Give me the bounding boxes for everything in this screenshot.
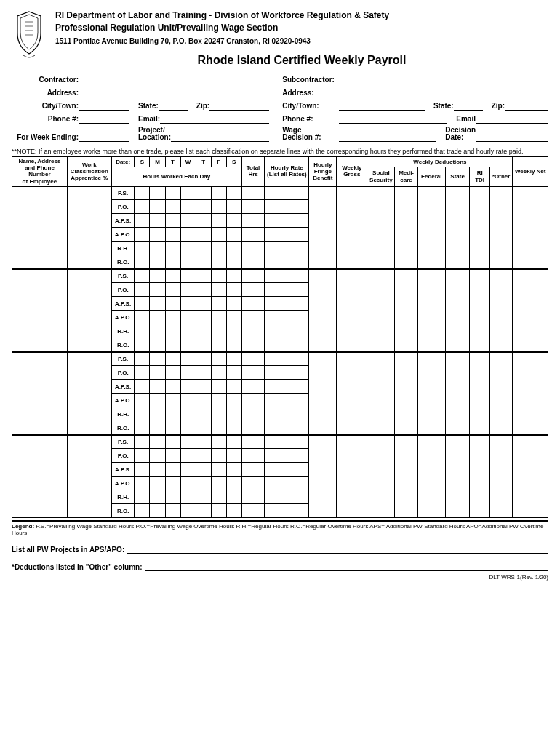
field-subcontractor[interactable] [337, 74, 548, 84]
cell-hours[interactable] [135, 228, 150, 242]
field-zip-right[interactable] [505, 100, 548, 111]
cell-hours[interactable] [165, 214, 180, 228]
cell-hours[interactable] [165, 380, 180, 394]
cell-hours[interactable] [211, 366, 226, 380]
field-state-right[interactable] [454, 100, 483, 111]
cell-hours[interactable] [150, 490, 165, 504]
cell-hourly-rate[interactable] [265, 435, 309, 449]
cell-hours[interactable] [196, 214, 211, 228]
cell-hours[interactable] [165, 200, 180, 214]
cell-hours[interactable] [150, 380, 165, 394]
cell-hours[interactable] [135, 297, 150, 311]
cell-total-hrs[interactable] [241, 380, 265, 394]
cell-hours[interactable] [150, 463, 165, 477]
cell-hours[interactable] [135, 242, 150, 255]
cell-federal[interactable] [417, 352, 445, 435]
cell-employee[interactable] [12, 352, 68, 435]
cell-hours[interactable] [196, 311, 211, 324]
cell-state[interactable] [445, 269, 470, 352]
cell-federal[interactable] [417, 186, 445, 269]
cell-hours[interactable] [226, 200, 241, 214]
cell-social-security[interactable] [367, 186, 395, 269]
cell-weekly-net[interactable] [513, 269, 548, 352]
cell-employee[interactable] [12, 186, 68, 269]
cell-hours[interactable] [180, 435, 196, 449]
cell-hours[interactable] [135, 255, 150, 269]
cell-total-hrs[interactable] [241, 435, 265, 449]
cell-hours[interactable] [226, 311, 241, 324]
cell-hours[interactable] [211, 311, 226, 324]
cell-hours[interactable] [150, 228, 165, 242]
cell-hours[interactable] [211, 449, 226, 463]
cell-hours[interactable] [196, 297, 211, 311]
cell-hours[interactable] [226, 366, 241, 380]
cell-other[interactable] [489, 435, 513, 518]
cell-hours[interactable] [135, 449, 150, 463]
cell-hours[interactable] [135, 186, 150, 200]
cell-hours[interactable] [226, 283, 241, 297]
cell-hours[interactable] [211, 324, 226, 338]
cell-total-hrs[interactable] [241, 200, 265, 214]
field-address-left[interactable] [79, 87, 269, 97]
cell-work-class[interactable] [67, 435, 111, 518]
cell-hours[interactable] [165, 338, 180, 352]
field-zip-left[interactable] [209, 100, 269, 111]
cell-hours[interactable] [196, 242, 211, 255]
cell-hours[interactable] [165, 297, 180, 311]
cell-work-class[interactable] [67, 352, 111, 435]
cell-hours[interactable] [180, 200, 196, 214]
cell-total-hrs[interactable] [241, 421, 265, 435]
cell-hours[interactable] [226, 242, 241, 255]
cell-hours[interactable] [180, 269, 196, 283]
field-email-right[interactable] [476, 113, 548, 124]
cell-hours[interactable] [180, 338, 196, 352]
cell-hours[interactable] [150, 214, 165, 228]
cell-hours[interactable] [226, 186, 241, 200]
cell-hours[interactable] [226, 435, 241, 449]
cell-total-hrs[interactable] [241, 504, 265, 518]
field-contractor[interactable] [79, 74, 269, 84]
cell-hours[interactable] [226, 380, 241, 394]
cell-fringe[interactable] [309, 269, 337, 352]
cell-ri-tdi[interactable] [470, 269, 489, 352]
cell-hours[interactable] [226, 449, 241, 463]
cell-hours[interactable] [226, 352, 241, 366]
cell-hours[interactable] [150, 297, 165, 311]
cell-hours[interactable] [196, 477, 211, 490]
cell-hours[interactable] [226, 504, 241, 518]
cell-hours[interactable] [135, 200, 150, 214]
cell-hours[interactable] [180, 214, 196, 228]
field-project-location[interactable] [171, 132, 269, 142]
cell-total-hrs[interactable] [241, 324, 265, 338]
cell-hourly-rate[interactable] [265, 186, 309, 200]
cell-hours[interactable] [196, 449, 211, 463]
cell-total-hrs[interactable] [241, 283, 265, 297]
cell-hours[interactable] [150, 504, 165, 518]
cell-hours[interactable] [180, 228, 196, 242]
cell-ri-tdi[interactable] [470, 352, 489, 435]
cell-weekly-net[interactable] [513, 352, 548, 435]
cell-total-hrs[interactable] [241, 228, 265, 242]
field-citytown-right[interactable] [339, 100, 425, 111]
cell-hourly-rate[interactable] [265, 283, 309, 297]
cell-other[interactable] [489, 352, 513, 435]
cell-hours[interactable] [180, 504, 196, 518]
cell-hourly-rate[interactable] [265, 407, 309, 421]
cell-hours[interactable] [135, 380, 150, 394]
cell-hours[interactable] [180, 352, 196, 366]
cell-hours[interactable] [150, 283, 165, 297]
field-citytown-left[interactable] [79, 100, 129, 111]
cell-hours[interactable] [135, 338, 150, 352]
cell-hours[interactable] [165, 394, 180, 407]
cell-hours[interactable] [211, 269, 226, 283]
cell-total-hrs[interactable] [241, 214, 265, 228]
cell-hours[interactable] [135, 407, 150, 421]
cell-hours[interactable] [211, 283, 226, 297]
cell-hours[interactable] [150, 421, 165, 435]
cell-hours[interactable] [211, 297, 226, 311]
cell-hours[interactable] [196, 283, 211, 297]
cell-hours[interactable] [226, 255, 241, 269]
cell-hours[interactable] [180, 421, 196, 435]
cell-hours[interactable] [165, 421, 180, 435]
cell-total-hrs[interactable] [241, 269, 265, 283]
